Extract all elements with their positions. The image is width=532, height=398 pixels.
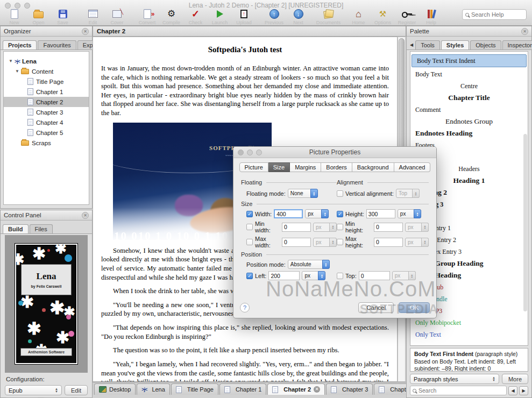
search-previous-icon[interactable]: ◀ xyxy=(508,386,517,395)
tab-inspector[interactable]: Inspector xyxy=(502,40,532,49)
style-search-box[interactable] xyxy=(410,386,507,395)
tree-item-title-page[interactable]: Title Page xyxy=(4,76,89,87)
palette-scrollbar-thumb[interactable] xyxy=(523,134,527,311)
close-panel-icon[interactable]: ✕ xyxy=(82,28,89,35)
height-checkbox[interactable] xyxy=(337,211,343,217)
top-input[interactable] xyxy=(359,271,390,280)
toolbar-edit-button[interactable]: Edit xyxy=(81,8,105,25)
tab-desktop[interactable]: Desktop xyxy=(94,383,136,395)
style-item[interactable]: Comment xyxy=(410,104,528,116)
tree-item-content[interactable]: ▼Content xyxy=(4,66,89,76)
tab-scroll-left-icon[interactable]: ◀ xyxy=(409,42,414,49)
toolbar-save-button[interactable]: Save xyxy=(51,8,75,25)
tree-item-chapter-4[interactable]: Chapter 4 xyxy=(4,117,89,127)
width-checkbox[interactable] xyxy=(246,211,253,217)
tree-item-chapter-1[interactable]: Chapter 1 xyxy=(4,87,89,97)
tree-item-scraps[interactable]: Scraps xyxy=(4,138,89,148)
search-next-icon[interactable]: ▶ xyxy=(519,386,528,395)
style-item[interactable]: Only Text xyxy=(410,329,528,340)
toolbar-home-button[interactable]: ⌂Home xyxy=(346,8,371,25)
more-button[interactable]: More xyxy=(502,374,528,384)
tab-projects[interactable]: Projects xyxy=(3,40,37,49)
min-height-input[interactable] xyxy=(374,223,403,232)
min-height-unit-select[interactable]: px▲▼ xyxy=(405,223,429,232)
close-panel-icon[interactable]: ✕ xyxy=(82,212,89,219)
style-item[interactable]: Endnotes Heading xyxy=(410,127,528,139)
max-height-input[interactable] xyxy=(374,238,403,247)
toolbar-help-button[interactable]: Help xyxy=(419,8,443,25)
toolbar-compile-button[interactable]: ⚙Compile xyxy=(159,8,183,25)
min-width-input[interactable] xyxy=(282,223,311,232)
tab-margins[interactable]: Margins xyxy=(290,162,321,172)
tab-favourites[interactable]: Favourites xyxy=(38,40,76,49)
edit-configuration-button[interactable]: Edit xyxy=(65,385,88,395)
max-width-unit-select[interactable]: px▲▼ xyxy=(313,238,337,247)
disclosure-icon[interactable]: ▼ xyxy=(7,59,15,63)
dialog-close-button[interactable] xyxy=(238,150,244,155)
tab-files[interactable]: Files xyxy=(30,224,53,233)
width-input[interactable] xyxy=(274,209,303,218)
toolbar-documents-button[interactable]: Documents xyxy=(316,8,341,25)
toolbar-register-button[interactable]: Register xyxy=(395,8,419,25)
style-item[interactable]: Endnotes Group xyxy=(410,116,528,127)
vertical-alignment-checkbox[interactable] xyxy=(337,190,343,197)
tab-title-page[interactable]: Title Page xyxy=(171,383,218,395)
tab-chapter-3[interactable]: Chapter 3 xyxy=(326,383,373,395)
tab-lena[interactable]: >j<Lena xyxy=(137,383,170,395)
tab-advanced[interactable]: Advanced xyxy=(394,162,431,172)
tab-size[interactable]: Size xyxy=(268,162,290,172)
floating-mode-select[interactable]: None▲▼ xyxy=(288,189,318,198)
max-width-checkbox[interactable] xyxy=(246,239,253,245)
tab-chapter-2[interactable]: Chapter 2✕ xyxy=(267,383,325,395)
tree-item-chapter-5[interactable]: Chapter 5 xyxy=(4,127,89,138)
tab-styles[interactable]: Styles xyxy=(441,40,469,49)
max-width-input[interactable] xyxy=(282,238,311,247)
left-unit-select[interactable]: px▲▼ xyxy=(302,271,325,280)
tab-chapter-1[interactable]: Chapter 1 xyxy=(219,383,266,395)
toolbar-convert-button[interactable]: Convert xyxy=(135,8,159,25)
style-item[interactable]: Only Mobipocket xyxy=(410,317,528,329)
vertical-alignment-select[interactable]: Top▲▼ xyxy=(396,189,420,198)
configuration-select[interactable]: Epub▲▼ xyxy=(5,385,62,395)
tab-build[interactable]: Build xyxy=(3,224,29,233)
tab-tools[interactable]: Tools xyxy=(415,40,440,49)
dialog-zoom-button[interactable] xyxy=(256,150,262,155)
top-unit-select[interactable]: px▲▼ xyxy=(392,271,416,280)
style-filter-select[interactable]: Paragraph styles▲▼ xyxy=(410,374,499,384)
style-item[interactable]: Body Text First Indent xyxy=(412,54,527,67)
position-mode-select[interactable]: Absolute▲▼ xyxy=(288,260,330,269)
height-unit-select[interactable]: px▲▼ xyxy=(398,209,421,218)
tree-item-lena[interactable]: ▼>j<Lena xyxy=(4,56,89,66)
toolbar-open-button[interactable]: Open xyxy=(26,8,51,25)
max-height-unit-select[interactable]: px▲▼ xyxy=(405,238,429,247)
toolbar-cover-button[interactable]: Cover xyxy=(105,8,129,25)
tab-picture[interactable]: Picture xyxy=(239,162,268,172)
dialog-help-button[interactable]: ? xyxy=(240,303,250,312)
max-height-checkbox[interactable] xyxy=(337,239,343,245)
help-search-input[interactable] xyxy=(471,11,523,18)
tree-item-chapter-2[interactable]: Chapter 2 xyxy=(4,97,89,107)
disclosure-icon[interactable]: ▼ xyxy=(13,69,21,74)
toolbar-upload-button[interactable]: Upload xyxy=(232,8,256,25)
left-input[interactable] xyxy=(268,271,300,280)
style-item[interactable]: Body Text xyxy=(410,68,528,80)
height-input[interactable] xyxy=(366,209,395,218)
close-tab-icon[interactable]: ✕ xyxy=(314,386,320,393)
style-item[interactable]: Chapter Title xyxy=(410,92,528,104)
toolbar-new-button[interactable]: New xyxy=(2,8,26,25)
toolbar-previous-button[interactable]: ↑Previous xyxy=(262,8,286,25)
toolbar-next-button[interactable]: ↓Next xyxy=(286,8,310,25)
style-item[interactable]: Centre xyxy=(410,80,528,92)
min-height-checkbox[interactable] xyxy=(337,224,343,230)
help-search-box[interactable] xyxy=(462,9,527,20)
style-search-input[interactable] xyxy=(418,387,504,394)
top-checkbox[interactable] xyxy=(337,273,343,279)
left-checkbox[interactable] xyxy=(246,273,253,279)
min-width-unit-select[interactable]: px▲▼ xyxy=(313,223,337,232)
close-panel-icon[interactable]: ✕ xyxy=(521,28,528,35)
toolbar-options-button[interactable]: ⚒Options xyxy=(371,8,395,25)
dialog-minimize-button[interactable] xyxy=(247,150,253,155)
tab-background[interactable]: Background xyxy=(352,162,394,172)
tab-borders[interactable]: Borders xyxy=(321,162,352,172)
ok-button[interactable]: OK xyxy=(399,302,430,313)
